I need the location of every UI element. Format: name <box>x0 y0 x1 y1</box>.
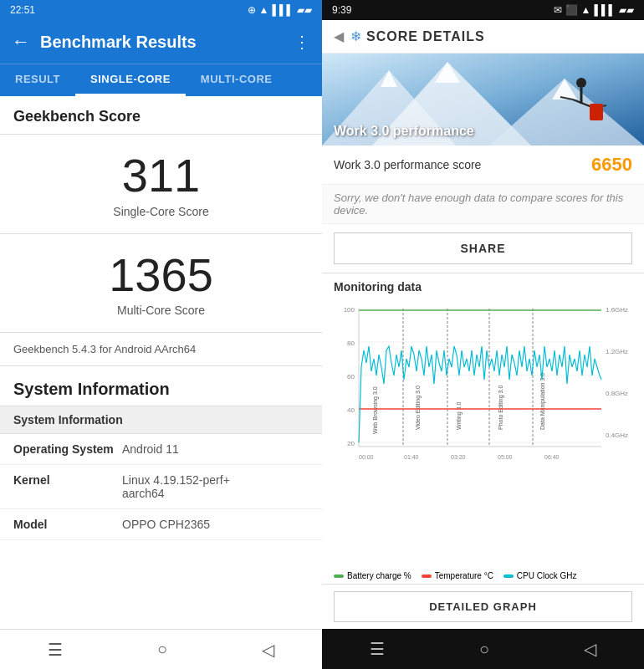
tabs-bar-left: RESULT SINGLE-CORE MULTI-CORE <box>0 64 322 96</box>
perf-score-text: Work 3.0 performance score <box>334 158 591 171</box>
content-right: Work 3.0 performance Work 3.0 performanc… <box>322 54 644 629</box>
status-bar-left: 22:51 ⊕ ▲ ▌▌▌ ▰▰ <box>0 0 322 20</box>
hero-image: Work 3.0 performance <box>322 54 644 146</box>
monitoring-chart: 100 80 60 40 20 1.6GHz 1.2GHz 0.8GHz 0.4… <box>334 300 632 467</box>
page-title-left: Benchmark Results <box>40 33 294 52</box>
chart-legend: Battery charge % Temperature °C CPU Cloc… <box>322 568 644 584</box>
battery-icon-left: ▰▰ <box>297 4 312 16</box>
svg-point-7 <box>576 78 586 88</box>
menu-button-left[interactable]: ⋮ <box>294 32 310 52</box>
battery-icon-right: ▰▰ <box>619 4 634 16</box>
svg-text:03:20: 03:20 <box>451 454 466 460</box>
nav-home-icon-left[interactable]: ○ <box>157 640 167 659</box>
single-core-label: Single-Core Score <box>13 205 309 218</box>
right-phone: 9:39 ✉ ⬛ ▲ ▌▌▌ ▰▰ ◀ ❄ SCORE DETAILS <box>322 0 644 669</box>
svg-text:Photo Editing 3.0: Photo Editing 3.0 <box>498 386 504 430</box>
share-section: SHARE <box>322 224 644 273</box>
temp-legend-label: Temperature °C <box>435 571 493 580</box>
score-details-title: SCORE DETAILS <box>366 29 485 44</box>
geekbench-header: Geekbench Score <box>0 96 322 135</box>
back-button-left[interactable]: ← <box>12 31 30 53</box>
nav-menu-icon-left[interactable]: ☰ <box>48 640 63 660</box>
signal-icon-right: ▌▌▌ <box>594 4 616 16</box>
wifi-icon-left: ▲ <box>259 4 269 16</box>
left-phone: 22:51 ⊕ ▲ ▌▌▌ ▰▰ ← Benchmark Results ⋮ R… <box>0 0 322 669</box>
svg-text:00:00: 00:00 <box>359 454 374 460</box>
nav-back-icon-left[interactable]: ◁ <box>262 640 274 660</box>
battery-dot <box>334 575 344 578</box>
sys-row-kernel: Kernel Linux 4.19.152-perf+aarch64 <box>0 465 322 509</box>
sys-value-kernel: Linux 4.19.152-perf+aarch64 <box>122 473 309 500</box>
svg-rect-12 <box>590 104 603 120</box>
legend-battery: Battery charge % <box>334 571 411 580</box>
back-button-right[interactable]: ◀ <box>334 28 344 44</box>
location-icon: ⊕ <box>248 4 256 16</box>
top-bar-left: ← Benchmark Results ⋮ <box>0 20 322 64</box>
sys-section-label: System Information <box>0 406 322 434</box>
multi-core-block: 1365 Multi-Core Score <box>0 234 322 334</box>
svg-text:Writing 3.0: Writing 3.0 <box>456 402 463 430</box>
svg-text:1.6GHz: 1.6GHz <box>606 306 628 314</box>
svg-text:20: 20 <box>347 440 355 447</box>
perf-score-row: Work 3.0 performance score 6650 <box>322 146 644 185</box>
time-left: 22:51 <box>10 4 35 16</box>
nav-bar-right: ☰ ○ ◁ <box>322 629 644 669</box>
cpu-legend-label: CPU Clock GHz <box>517 571 577 580</box>
multi-core-label: Multi-Core Score <box>13 304 309 317</box>
sys-label-os: Operating System <box>13 442 122 456</box>
nav-home-icon-right[interactable]: ○ <box>479 640 489 659</box>
wifi-icon-right: ▲ <box>581 4 591 16</box>
multi-core-value: 1365 <box>13 249 309 301</box>
detailed-btn-section: DETAILED GRAPH <box>322 584 644 629</box>
msg-icon: ✉ <box>554 4 562 16</box>
legend-cpu: CPU Clock GHz <box>503 571 577 580</box>
svg-text:Video Editing 3.0: Video Editing 3.0 <box>415 386 422 430</box>
detailed-graph-button[interactable]: DETAILED GRAPH <box>334 591 632 622</box>
svg-text:0.8GHz: 0.8GHz <box>606 390 628 397</box>
svg-text:05:00: 05:00 <box>498 454 513 460</box>
share-button[interactable]: SHARE <box>334 232 632 264</box>
single-core-block: 311 Single-Core Score <box>0 135 322 234</box>
sys-value-os: Android 11 <box>122 442 309 456</box>
tab-single-core[interactable]: SINGLE-CORE <box>75 64 186 96</box>
svg-text:Data Manipulation 3.0: Data Manipulation 3.0 <box>539 373 546 430</box>
nav-back-icon-right[interactable]: ◁ <box>584 639 596 659</box>
time-right: 9:39 <box>332 4 351 16</box>
tab-result[interactable]: RESULT <box>0 64 75 96</box>
cpu-dot <box>503 575 514 578</box>
chart-svg: 100 80 60 40 20 1.6GHz 1.2GHz 0.8GHz 0.4… <box>334 300 632 467</box>
content-left: Geekbench Score 311 Single-Core Score 13… <box>0 96 322 629</box>
sys-row-model: Model OPPO CPH2365 <box>0 509 322 540</box>
sys-label-kernel: Kernel <box>13 473 122 487</box>
geekbench-version-info: Geekbench 5.4.3 for Android AArch64 <box>0 333 322 366</box>
chart-container: 100 80 60 40 20 1.6GHz 1.2GHz 0.8GHz 0.4… <box>322 297 644 568</box>
sorry-text: Sorry, we don't have enough data to comp… <box>322 185 644 224</box>
app-icon: ⬛ <box>565 4 578 16</box>
signal-icon-left: ▌▌▌ <box>272 4 294 16</box>
perf-score-number: 6650 <box>591 154 632 176</box>
svg-text:100: 100 <box>344 306 355 314</box>
svg-text:1.2GHz: 1.2GHz <box>606 348 628 355</box>
monitoring-header: Monitoring data <box>322 273 644 297</box>
sys-row-os: Operating System Android 11 <box>0 434 322 465</box>
snowflake-icon: ❄ <box>350 28 361 44</box>
score-details-bar: ◀ ❄ SCORE DETAILS <box>322 20 644 54</box>
nav-bar-left: ☰ ○ ◁ <box>0 629 322 669</box>
temp-dot <box>422 575 432 578</box>
svg-text:06:40: 06:40 <box>544 454 560 460</box>
svg-text:80: 80 <box>347 340 355 347</box>
sys-info-header: System Information <box>0 366 322 406</box>
sys-value-model: OPPO CPH2365 <box>122 518 309 531</box>
svg-text:60: 60 <box>347 373 355 380</box>
status-icons-left: ⊕ ▲ ▌▌▌ ▰▰ <box>248 4 312 16</box>
svg-text:Web Browsing 3.0: Web Browsing 3.0 <box>372 386 379 434</box>
legend-temp: Temperature °C <box>422 571 493 580</box>
hero-label: Work 3.0 performance <box>322 117 486 146</box>
svg-text:0.4GHz: 0.4GHz <box>606 432 628 439</box>
tab-multi-core[interactable]: MULTI-CORE <box>186 64 288 96</box>
single-core-value: 311 <box>13 150 309 202</box>
sys-label-model: Model <box>13 518 122 531</box>
battery-legend-label: Battery charge % <box>347 571 411 580</box>
nav-menu-icon-right[interactable]: ☰ <box>370 639 385 659</box>
status-bar-right: 9:39 ✉ ⬛ ▲ ▌▌▌ ▰▰ <box>322 0 644 20</box>
